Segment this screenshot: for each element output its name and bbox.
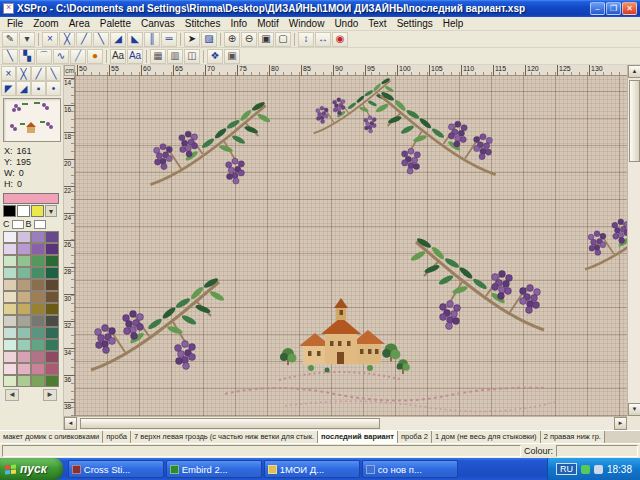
zoom-out-tool[interactable]: ⊖	[241, 32, 257, 47]
quarter-stitch-tool[interactable]: ◢	[110, 32, 126, 47]
palette-swatch[interactable]	[45, 303, 59, 315]
palette-swatch[interactable]	[3, 279, 17, 291]
quarter-br-stitch[interactable]: ◢	[16, 81, 31, 96]
quick-swatch-0[interactable]	[3, 205, 16, 217]
b-checkbox[interactable]	[34, 220, 46, 229]
palette-swatch[interactable]	[17, 315, 31, 327]
taskbar-button[interactable]: со нов п...	[362, 460, 458, 478]
pencil-tool[interactable]: ✎	[2, 32, 18, 47]
back-half-stitch-tool[interactable]: ╲	[93, 32, 109, 47]
fill-tool[interactable]: ▨	[201, 32, 217, 47]
palette-swatch[interactable]	[45, 351, 59, 363]
c-checkbox[interactable]	[12, 220, 24, 229]
start-button[interactable]: пуск	[0, 458, 63, 480]
palette-swatch[interactable]	[45, 327, 59, 339]
document-tab[interactable]: проба	[103, 431, 131, 443]
palette-swatch[interactable]	[17, 351, 31, 363]
vertical-scroll-thumb[interactable]	[629, 80, 640, 162]
taskbar-button[interactable]: Embird 2...	[166, 460, 262, 478]
scroll-up-button[interactable]: ▲	[628, 65, 640, 78]
center-toggle[interactable]: ◫	[184, 49, 200, 64]
palette-swatch[interactable]	[45, 255, 59, 267]
palette-swatch[interactable]	[17, 339, 31, 351]
palette-swatch[interactable]	[45, 291, 59, 303]
half-stitch-tool[interactable]: ╱	[76, 32, 92, 47]
palette-swatch[interactable]	[31, 267, 45, 279]
curve-tool[interactable]: ⌒	[36, 49, 52, 64]
zoom-in-tool[interactable]: ⊕	[224, 32, 240, 47]
palette-swatch[interactable]	[31, 279, 45, 291]
bead-tool[interactable]: ●	[87, 49, 103, 64]
menu-window[interactable]: Window	[284, 18, 330, 29]
pan-vertical-tool[interactable]: ↕	[298, 32, 314, 47]
document-tab[interactable]: 7 верхн левая гроздь (с частью ниж ветки…	[131, 431, 318, 443]
vertical-scrollbar[interactable]: ▲ ▼	[627, 65, 640, 416]
copy-tool[interactable]: ▣	[224, 49, 240, 64]
palette-swatch[interactable]	[45, 267, 59, 279]
menu-undo[interactable]: Undo	[329, 18, 363, 29]
palette-swatch[interactable]	[3, 351, 17, 363]
scroll-right-button[interactable]: ►	[614, 417, 627, 430]
horizontal-scrollbar[interactable]: ◄ ►	[64, 416, 627, 430]
document-tab[interactable]: макет домик с оливковками	[0, 431, 103, 443]
palette-swatch[interactable]	[3, 267, 17, 279]
text-tool[interactable]: Aa	[110, 49, 126, 64]
palette-swatch[interactable]	[17, 375, 31, 387]
palette-swatch[interactable]	[31, 303, 45, 315]
palette-swatch[interactable]	[17, 243, 31, 255]
quick-swatch-2[interactable]	[31, 205, 44, 217]
palette-prev-button[interactable]: ◄	[5, 389, 19, 401]
palette-swatch[interactable]	[3, 375, 17, 387]
current-color-swatch[interactable]	[3, 193, 59, 204]
palette-swatch[interactable]	[45, 243, 59, 255]
half-back-stitch[interactable]: ╲	[46, 66, 61, 81]
menu-palette[interactable]: Palette	[95, 18, 136, 29]
menu-info[interactable]: Info	[225, 18, 252, 29]
pattern-preview[interactable]	[3, 98, 61, 142]
backstitch-poly-tool[interactable]: ▚	[19, 49, 35, 64]
design-canvas[interactable]	[75, 76, 627, 416]
palette-swatch[interactable]	[3, 255, 17, 267]
zoom-area-tool[interactable]: ▢	[275, 32, 291, 47]
quarter-tl-stitch[interactable]: ◤	[1, 81, 16, 96]
menu-canvas[interactable]: Canvas	[136, 18, 180, 29]
palette-swatch[interactable]	[31, 231, 45, 243]
palette-swatch[interactable]	[31, 315, 45, 327]
select-arrow-tool[interactable]: ➤	[184, 32, 200, 47]
pan-horizontal-tool[interactable]: ↔	[315, 32, 331, 47]
full-stitch[interactable]: ×	[1, 66, 16, 81]
palette-swatch[interactable]	[45, 339, 59, 351]
zoom-fit-tool[interactable]: ▣	[258, 32, 274, 47]
ruler-toggle[interactable]: ▥	[167, 49, 183, 64]
palette-swatch[interactable]	[45, 231, 59, 243]
document-tab[interactable]: последний вариант	[318, 431, 398, 443]
palette-next-button[interactable]: ►	[43, 389, 57, 401]
text-style-tool[interactable]: Aa	[127, 49, 143, 64]
quick-swatch-1[interactable]	[17, 205, 30, 217]
palette-swatch[interactable]	[45, 315, 59, 327]
menu-settings[interactable]: Settings	[392, 18, 438, 29]
color-picker-tool[interactable]: ◉	[332, 32, 348, 47]
tray-icon-antivirus[interactable]	[581, 465, 590, 474]
horizontal-scroll-thumb[interactable]	[80, 418, 380, 429]
minimize-button[interactable]: –	[590, 2, 605, 15]
motif-tool[interactable]: ❖	[207, 49, 223, 64]
palette-swatch[interactable]	[17, 363, 31, 375]
close-button[interactable]: ✕	[622, 2, 637, 15]
palette-swatch[interactable]	[45, 363, 59, 375]
quick-swatch-dropdown[interactable]: ▾	[45, 205, 57, 217]
palette-swatch[interactable]	[31, 243, 45, 255]
double-stitch[interactable]: ╳	[16, 66, 31, 81]
three-quarter-stitch-tool[interactable]: ◣	[127, 32, 143, 47]
palette-swatch[interactable]	[17, 279, 31, 291]
palette-swatch[interactable]	[45, 279, 59, 291]
half-forward-stitch[interactable]: ╱	[31, 66, 46, 81]
document-tab[interactable]: 2 правая ниж гр.	[541, 431, 605, 443]
palette-swatch[interactable]	[31, 375, 45, 387]
pencil-dropdown[interactable]: ▾	[19, 32, 35, 47]
backstitch-line-tool[interactable]: ╲	[2, 49, 18, 64]
palette-swatch[interactable]	[3, 243, 17, 255]
palette-swatch[interactable]	[17, 291, 31, 303]
palette-swatch[interactable]	[17, 303, 31, 315]
palette-swatch[interactable]	[45, 375, 59, 387]
